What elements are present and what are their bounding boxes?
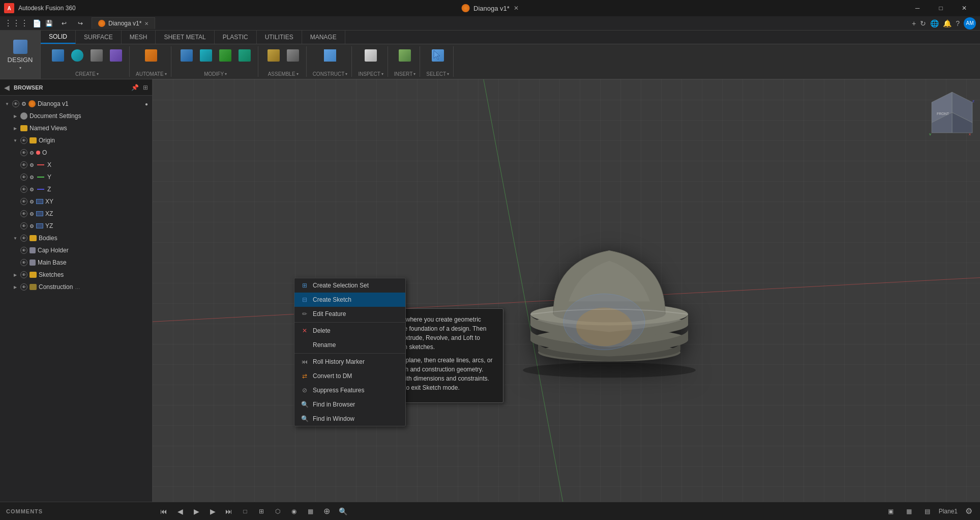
- modify-btn1[interactable]: [177, 46, 196, 65]
- tab-solid[interactable]: SOLID: [41, 31, 76, 44]
- tree-item-document-settings[interactable]: ▶ Document Settings: [0, 110, 152, 122]
- yz-eye[interactable]: 👁: [20, 222, 27, 229]
- origin-eye[interactable]: 👁: [20, 137, 27, 144]
- tree-item-xy[interactable]: 👁 ⚙ XY: [0, 195, 152, 208]
- viewcube[interactable]: FRONT x y z: [929, 90, 970, 130]
- bodies-eye[interactable]: 👁: [20, 235, 27, 242]
- ctx-create-sketch[interactable]: ⊟ Create Sketch: [294, 293, 405, 307]
- refresh-button[interactable]: ↻: [920, 19, 926, 27]
- pattern-button[interactable]: [107, 46, 125, 65]
- ctx-edit-feature[interactable]: ✏ Edit Feature: [294, 307, 405, 321]
- redo-button[interactable]: ↪: [73, 17, 87, 30]
- user-avatar[interactable]: AM: [964, 17, 976, 30]
- settings-button[interactable]: ⚙: [962, 504, 976, 518]
- select-cross-button[interactable]: ⊞: [254, 504, 269, 518]
- inspect-btn1[interactable]: [362, 46, 380, 65]
- tree-item-y[interactable]: 👁 ⚙ Y: [0, 171, 152, 183]
- globe-button[interactable]: 🌐: [930, 19, 939, 27]
- tab-plastic[interactable]: PLASTIC: [215, 31, 257, 44]
- automate-button[interactable]: [142, 46, 160, 65]
- assemble-btn1[interactable]: [264, 46, 283, 65]
- tab-surface[interactable]: SURFACE: [76, 31, 122, 44]
- orbit-button[interactable]: ⊕: [319, 504, 334, 518]
- inspect-label[interactable]: INSPECT ▾: [358, 71, 383, 77]
- nav-first-button[interactable]: ⏮: [157, 504, 171, 518]
- tree-item-yz[interactable]: 👁 ⚙ YZ: [0, 220, 152, 232]
- ctx-rename[interactable]: Rename: [294, 338, 405, 352]
- ctx-suppress[interactable]: ⊘ Suppress Features: [294, 383, 405, 397]
- tab-sheet-metal[interactable]: SHEET METAL: [156, 31, 214, 44]
- ctx-convert[interactable]: ⇄ Convert to DM: [294, 369, 405, 383]
- minimize-button[interactable]: ─: [906, 0, 929, 16]
- modify-btn4[interactable]: [235, 46, 254, 65]
- select-btn1[interactable]: [429, 46, 447, 65]
- modify-btn3[interactable]: [216, 46, 234, 65]
- modify-btn2[interactable]: [197, 46, 215, 65]
- tree-item-sketches[interactable]: ▶ 👁 Sketches: [0, 269, 152, 281]
- ctx-create-selection-set[interactable]: ⊞ Create Selection Set: [294, 278, 405, 293]
- select-paint-button[interactable]: ▦: [303, 504, 317, 518]
- activate-icon[interactable]: ●: [145, 101, 148, 107]
- undo-button[interactable]: ↩: [57, 17, 71, 30]
- construction-eye[interactable]: 👁: [20, 283, 27, 291]
- tree-item-xz[interactable]: 👁 ⚙ XZ: [0, 208, 152, 220]
- help-button[interactable]: ?: [956, 19, 960, 27]
- tab-close-icon[interactable]: ✕: [144, 21, 149, 26]
- select-all-button[interactable]: ◉: [287, 504, 301, 518]
- notification-button[interactable]: 🔔: [943, 19, 952, 27]
- browser-collapse-icon[interactable]: ◀: [4, 83, 10, 92]
- automate-label[interactable]: AUTOMATE ▾: [136, 71, 167, 77]
- ctx-roll-history[interactable]: ⏮ Roll History Marker: [294, 355, 405, 369]
- ctx-delete[interactable]: ✕ Delete: [294, 324, 405, 338]
- construct-btn1[interactable]: [321, 46, 339, 65]
- nav-next-button[interactable]: ▶: [205, 504, 220, 518]
- new-body-button[interactable]: [49, 46, 67, 65]
- assemble-label[interactable]: ASSEMBLE ▾: [268, 71, 299, 77]
- create-sketch-toolbar-button[interactable]: [87, 46, 106, 65]
- save-icon[interactable]: 💾: [45, 20, 53, 27]
- construct-label[interactable]: CONSTRUCT ▾: [313, 71, 348, 77]
- ctx-find-browser[interactable]: 🔍 Find in Browser: [294, 397, 405, 412]
- tree-item-bodies[interactable]: ▼ 👁 Bodies: [0, 232, 152, 244]
- tree-item-o[interactable]: 👁 ⚙ O: [0, 147, 152, 159]
- close-button[interactable]: ✕: [953, 0, 976, 16]
- browser-expand-icon[interactable]: ⊞: [143, 84, 148, 91]
- ctx-find-window[interactable]: 🔍 Find in Window: [294, 412, 405, 426]
- sketches-eye[interactable]: 👁: [20, 271, 27, 278]
- close-tab-btn[interactable]: ✕: [514, 5, 519, 12]
- modify-label[interactable]: MODIFY ▾: [204, 71, 227, 77]
- zoom-button[interactable]: 🔍: [336, 504, 350, 518]
- nav-last-button[interactable]: ⏭: [222, 504, 236, 518]
- tab-mesh[interactable]: MESH: [122, 31, 156, 44]
- tree-item-named-views[interactable]: ▶ Named Views: [0, 122, 152, 134]
- select-window-button[interactable]: □: [238, 504, 252, 518]
- browser-pin-icon[interactable]: 📌: [131, 84, 139, 91]
- y-eye[interactable]: 👁: [20, 174, 27, 181]
- root-eye[interactable]: 👁: [12, 100, 19, 107]
- design-button[interactable]: DESIGN ▾: [0, 31, 41, 79]
- nav-play-button[interactable]: ▶: [189, 504, 203, 518]
- tree-item-cap-holder[interactable]: 👁 Cap Holder: [0, 244, 152, 256]
- maximize-button[interactable]: □: [929, 0, 953, 16]
- tree-item-main-base[interactable]: 👁 Main Base: [0, 256, 152, 269]
- doc-tab[interactable]: Dianoga v1* ✕: [92, 17, 155, 29]
- xz-eye[interactable]: 👁: [20, 210, 27, 217]
- insert-label[interactable]: INSERT ▾: [394, 71, 416, 77]
- new-component-button[interactable]: [68, 46, 86, 65]
- viewport[interactable]: FRONT x y z ⊞ Create Selection Set ⊟ Cre…: [153, 79, 980, 520]
- tree-item-origin[interactable]: ▼ 👁 Origin: [0, 134, 152, 147]
- view-cube-btn[interactable]: ▣: [884, 504, 898, 518]
- view-grid-btn[interactable]: ▤: [920, 504, 935, 518]
- tree-item-construction[interactable]: ▶ 👁 Construction ...: [0, 281, 152, 293]
- create-label[interactable]: CREATE ▾: [75, 71, 99, 77]
- nav-prev-button[interactable]: ◀: [173, 504, 187, 518]
- x-eye[interactable]: 👁: [20, 161, 27, 168]
- assemble-btn2[interactable]: [284, 46, 302, 65]
- select-freeform-button[interactable]: ⬡: [271, 504, 285, 518]
- insert-btn1[interactable]: [396, 46, 414, 65]
- xy-eye[interactable]: 👁: [20, 198, 27, 205]
- main-base-eye[interactable]: 👁: [20, 259, 27, 266]
- add-tab-button[interactable]: +: [912, 19, 916, 27]
- tree-item-root[interactable]: ▼ 👁 ⚙ Dianoga v1 ●: [0, 98, 152, 110]
- new-file-icon[interactable]: 📄: [33, 19, 41, 27]
